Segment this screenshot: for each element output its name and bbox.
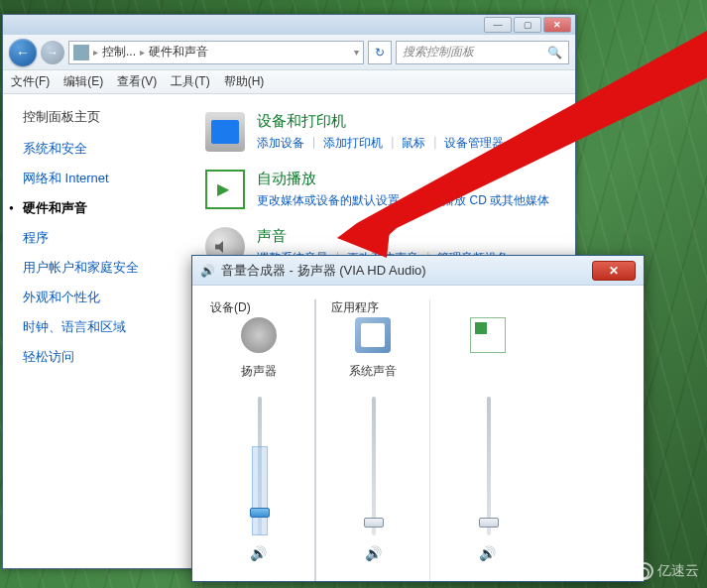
nav-forward-button: → — [41, 41, 64, 64]
volume-mixer-window: 🔊 音量合成器 - 扬声器 (VIA HD Audio) ✕ 设备(D) 应用程… — [191, 255, 645, 582]
category-title-devices[interactable]: 设备和打印机 — [257, 112, 565, 131]
mixer-label-system: 系统声音 — [349, 363, 397, 379]
link-device-manager[interactable]: 设备管理器 — [444, 135, 504, 152]
search-placeholder: 搜索控制面板 — [403, 44, 474, 60]
chevron-right-icon: ▸ — [93, 47, 98, 58]
chevron-right-icon: ▸ — [140, 47, 145, 58]
menu-tools[interactable]: 工具(T) — [171, 73, 209, 90]
nav-back-button[interactable]: ← — [9, 39, 37, 66]
apps-section-label: 应用程序 — [331, 299, 379, 316]
sidebar-item-accounts[interactable]: 用户帐户和家庭安全 — [23, 259, 193, 277]
mixer-title-text: 音量合成器 - 扬声器 (VIA HD Audio) — [221, 262, 426, 280]
mute-button-speaker[interactable]: 🔊 — [250, 545, 267, 561]
breadcrumb-part2[interactable]: 硬件和声音 — [149, 44, 208, 60]
control-panel-icon — [73, 45, 89, 60]
close-button[interactable]: ✕ — [543, 17, 571, 33]
link-add-printer[interactable]: 添加打印机 — [323, 135, 383, 152]
watermark-text: 亿速云 — [657, 562, 699, 580]
search-input[interactable]: 搜索控制面板 🔍 — [396, 41, 569, 64]
search-icon[interactable]: 🔍 — [547, 46, 562, 59]
category-devices: 设备和打印机 添加设备| 添加打印机| 鼠标| 设备管理器 — [205, 112, 565, 152]
app-icon[interactable] — [470, 317, 506, 353]
menubar: 文件(F) 编辑(E) 查看(V) 工具(T) 帮助(H) — [3, 70, 575, 94]
category-title-sound[interactable]: 声音 — [257, 227, 565, 246]
link-add-device[interactable]: 添加设备 — [257, 135, 304, 152]
sidebar-item-programs[interactable]: 程序 — [23, 229, 193, 247]
menu-edit[interactable]: 编辑(E) — [63, 73, 103, 90]
link-mouse[interactable]: 鼠标 — [402, 135, 425, 152]
sidebar-title[interactable]: 控制面板主页 — [23, 108, 193, 126]
maximize-button[interactable]: ▢ — [514, 17, 541, 33]
mixer-col-system: 系统声音 🔊 — [316, 299, 430, 581]
sidebar-item-system[interactable]: 系统和安全 — [23, 140, 193, 158]
mixer-titlebar: 🔊 音量合成器 - 扬声器 (VIA HD Audio) ✕ — [192, 256, 644, 286]
speaker-device-icon[interactable] — [241, 317, 277, 353]
category-autoplay: 自动播放 更改媒体或设备的默认设置| 自动播放 CD 或其他媒体 — [205, 170, 565, 209]
menu-help[interactable]: 帮助(H) — [224, 73, 265, 90]
refresh-button[interactable]: ↻ — [368, 41, 392, 64]
menu-view[interactable]: 查看(V) — [117, 73, 157, 90]
system-sounds-icon[interactable] — [355, 317, 391, 353]
sidebar-item-network[interactable]: 网络和 Internet — [23, 170, 193, 187]
sidebar: 控制面板主页 系统和安全 网络和 Internet 硬件和声音 程序 用户帐户和… — [3, 94, 201, 568]
watermark-logo-icon — [626, 562, 653, 580]
mixer-body: 设备(D) 应用程序 扬声器 🔊 系统声音 🔊 — [192, 286, 644, 581]
autoplay-icon — [205, 170, 245, 209]
chevron-down-icon[interactable]: ▾ — [354, 47, 359, 58]
titlebar: — ▢ ✕ — [3, 15, 575, 35]
volume-slider-speaker[interactable] — [249, 397, 269, 535]
breadcrumb[interactable]: ▸ 控制... ▸ 硬件和声音 ▾ — [68, 41, 364, 64]
watermark: 亿速云 — [626, 562, 699, 580]
menu-file[interactable]: 文件(F) — [11, 73, 50, 90]
mixer-close-button[interactable]: ✕ — [592, 261, 636, 281]
volume-slider-app[interactable] — [478, 397, 498, 535]
link-change-media[interactable]: 更改媒体或设备的默认设置 — [257, 192, 400, 209]
sidebar-item-appearance[interactable]: 外观和个性化 — [23, 289, 193, 306]
mute-button-system[interactable]: 🔊 — [365, 545, 382, 561]
printer-icon — [205, 112, 245, 152]
sidebar-item-clock[interactable]: 时钟、语言和区域 — [23, 318, 193, 336]
speaker-icon: 🔊 — [200, 264, 215, 278]
mixer-label-speaker: 扬声器 — [241, 363, 277, 379]
mixer-col-app: 🔊 — [430, 299, 544, 581]
volume-slider-system[interactable] — [363, 397, 383, 535]
breadcrumb-part1[interactable]: 控制... — [102, 44, 136, 60]
sidebar-item-ease[interactable]: 轻松访问 — [23, 348, 193, 366]
link-autoplay-cd[interactable]: 自动播放 CD 或其他媒体 — [418, 192, 549, 209]
sidebar-item-hardware[interactable]: 硬件和声音 — [23, 199, 193, 217]
device-section-label: 设备(D) — [210, 299, 251, 316]
navbar: ← → ▸ 控制... ▸ 硬件和声音 ▾ ↻ 搜索控制面板 🔍 — [3, 35, 575, 70]
minimize-button[interactable]: — — [484, 17, 512, 33]
category-title-autoplay[interactable]: 自动播放 — [257, 170, 565, 188]
mixer-col-speaker: 扬声器 🔊 — [202, 299, 316, 581]
mute-button-app[interactable]: 🔊 — [479, 545, 496, 561]
